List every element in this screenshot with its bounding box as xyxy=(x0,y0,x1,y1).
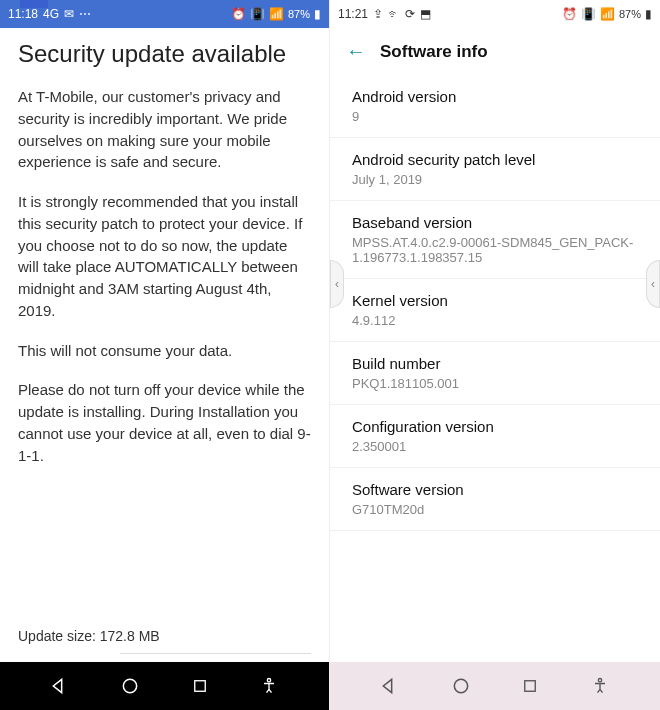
recent-apps-button[interactable] xyxy=(521,677,539,695)
battery-icon: ▮ xyxy=(314,7,321,21)
info-label: Android version xyxy=(352,88,638,105)
info-label: Configuration version xyxy=(352,418,638,435)
update-paragraph-2: It is strongly recommended that you inst… xyxy=(18,191,311,322)
svg-rect-4 xyxy=(525,681,536,692)
status-bar-right: 11:21 ⇪ ᯤ ⟳ ⬒ ⏰ 📳 📶 87% ▮ xyxy=(330,0,660,28)
phone-right-screenshot: 11:21 ⇪ ᯤ ⟳ ⬒ ⏰ 📳 📶 87% ▮ ← Software inf… xyxy=(330,0,660,710)
battery-percent: 87% xyxy=(288,8,310,20)
svg-point-5 xyxy=(598,679,601,682)
home-button[interactable] xyxy=(451,676,471,696)
status-time: 11:21 xyxy=(338,7,368,21)
info-row-software-version[interactable]: Software version G710TM20d xyxy=(330,468,660,531)
info-label: Kernel version xyxy=(352,292,638,309)
navigation-bar-right xyxy=(330,662,660,710)
info-row-security-patch[interactable]: Android security patch level July 1, 201… xyxy=(330,138,660,201)
update-paragraph-1: At T-Mobile, our customer's privacy and … xyxy=(18,86,311,173)
update-heading: Security update available xyxy=(18,40,311,68)
edge-panel-handle-left[interactable]: ‹ xyxy=(330,260,344,308)
info-value: PKQ1.181105.001 xyxy=(352,376,638,391)
update-content: Security update available At T-Mobile, o… xyxy=(0,28,329,662)
wifi-calling-icon: ᯤ xyxy=(388,7,400,21)
info-label: Baseband version xyxy=(352,214,638,231)
accessibility-button[interactable] xyxy=(259,676,279,696)
notification-tab-icon xyxy=(20,0,48,8)
sync-icon: ⟳ xyxy=(405,7,415,21)
recent-apps-button[interactable] xyxy=(191,677,209,695)
svg-point-2 xyxy=(267,679,270,682)
accessibility-button[interactable] xyxy=(590,676,610,696)
update-paragraph-3: This will not consume your data. xyxy=(18,340,311,362)
update-paragraph-4: Please do not turn off your device while… xyxy=(18,379,311,466)
network-type: 4G xyxy=(43,7,59,21)
battery-icon: ▮ xyxy=(645,7,652,21)
home-button[interactable] xyxy=(120,676,140,696)
info-label: Software version xyxy=(352,481,638,498)
info-value: July 1, 2019 xyxy=(352,172,638,187)
info-row-baseband[interactable]: Baseband version MPSS.AT.4.0.c2.9-00061-… xyxy=(330,201,660,279)
software-info-list[interactable]: ‹ ‹ Android version 9 Android security p… xyxy=(330,75,660,662)
svg-rect-1 xyxy=(194,681,205,692)
status-time: 11:18 xyxy=(8,7,38,21)
gmail-icon: ✉ xyxy=(64,7,74,21)
status-bar-left: 11:18 4G ✉ ⋯ ⏰ 📳 📶 87% ▮ xyxy=(0,0,329,28)
info-row-kernel[interactable]: Kernel version 4.9.112 xyxy=(330,279,660,342)
nfc-icon: ⬒ xyxy=(420,7,431,21)
back-button[interactable] xyxy=(380,676,400,696)
navigation-bar-left xyxy=(0,662,329,710)
more-notifications-icon: ⋯ xyxy=(79,7,91,21)
alarm-icon: ⏰ xyxy=(231,7,246,21)
info-label: Build number xyxy=(352,355,638,372)
battery-percent: 87% xyxy=(619,8,641,20)
signal-icon: 📶 xyxy=(269,7,284,21)
update-size-text: Update size: 172.8 MB xyxy=(18,628,160,644)
edge-panel-handle-right[interactable]: ‹ xyxy=(646,260,660,308)
svg-point-3 xyxy=(454,679,467,692)
info-value: 2.350001 xyxy=(352,439,638,454)
vibrate-icon: 📳 xyxy=(581,7,596,21)
info-row-android-version[interactable]: Android version 9 xyxy=(330,75,660,138)
info-value: 4.9.112 xyxy=(352,313,638,328)
info-row-build[interactable]: Build number PKQ1.181105.001 xyxy=(330,342,660,405)
settings-header: ← Software info xyxy=(330,28,660,75)
page-title: Software info xyxy=(380,42,488,62)
phone-left-screenshot: 11:18 4G ✉ ⋯ ⏰ 📳 📶 87% ▮ Security update… xyxy=(0,0,330,710)
info-value: 9 xyxy=(352,109,638,124)
cast-icon: ⇪ xyxy=(373,7,383,21)
divider xyxy=(120,653,311,654)
svg-point-0 xyxy=(124,679,137,692)
info-value: G710TM20d xyxy=(352,502,638,517)
alarm-icon: ⏰ xyxy=(562,7,577,21)
info-label: Android security patch level xyxy=(352,151,638,168)
back-arrow-button[interactable]: ← xyxy=(346,40,366,63)
vibrate-icon: 📳 xyxy=(250,7,265,21)
back-button[interactable] xyxy=(50,676,70,696)
info-value: MPSS.AT.4.0.c2.9-00061-SDM845_GEN_PACK-1… xyxy=(352,235,638,265)
info-row-config-version[interactable]: Configuration version 2.350001 xyxy=(330,405,660,468)
signal-icon: 📶 xyxy=(600,7,615,21)
